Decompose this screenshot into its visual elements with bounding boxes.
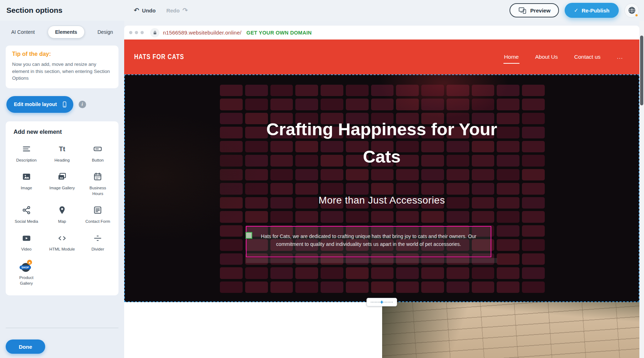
scrollbar-thumb[interactable] [640, 36, 643, 105]
element-contact-form[interactable]: Contact Form [80, 205, 116, 224]
sidebar-divider [6, 328, 118, 328]
browser-bar: n1566589.websitebuilder.online/ GET YOUR… [124, 26, 639, 40]
add-new-element-title: Add new element [9, 128, 116, 135]
editor-canvas: n1566589.websitebuilder.online/ GET YOUR… [124, 21, 639, 358]
element-html-module[interactable]: HTML Module [44, 233, 80, 252]
hero-paragraph: Hats for Cats, we are dedicated to craft… [247, 227, 491, 248]
site-header[interactable]: HATS FOR CATS Home About Us Contact us .… [124, 40, 639, 74]
tip-body: Now you can add, move and resize any ele… [12, 61, 112, 82]
heading-icon: Tt [59, 144, 65, 154]
mobile-layout-row: Edit mobile layout i [6, 96, 118, 113]
add-new-element-card: Add new element Description Tt Heading B… [6, 121, 118, 296]
element-map[interactable]: Map [44, 205, 80, 224]
republish-button[interactable]: ✓ Re-Publish [565, 3, 619, 18]
undo-label: Undo [142, 7, 155, 14]
video-icon [22, 233, 31, 243]
tab-ai-content[interactable]: AI Content [7, 26, 39, 38]
phone-icon [61, 101, 68, 108]
resizer-dashed-line [371, 302, 393, 302]
nav-home[interactable]: Home [504, 54, 519, 60]
page-title: Section options [0, 6, 125, 15]
hero-subtitle[interactable]: More than Just Accessories [124, 195, 639, 206]
devices-icon [518, 6, 527, 14]
contact-form-icon [93, 205, 102, 216]
topbar-actions: Preview ✓ Re-Publish [510, 3, 644, 18]
section-options-panel: AI Content Elements Design Tip of the da… [0, 21, 124, 358]
site-nav: Home About Us Contact us ... [504, 54, 623, 60]
undo-redo-group: ↶ Undo Redo ↷ [134, 7, 188, 14]
element-image[interactable]: Image [9, 172, 44, 196]
redo-button[interactable]: Redo ↷ [166, 7, 188, 14]
element-social-media[interactable]: Social Media [9, 205, 44, 224]
hero-section[interactable]: Crafting Happiness for Your Cats More th… [124, 74, 639, 302]
element-business-hours[interactable]: Business Hours [80, 172, 116, 196]
pavement-photo[interactable] [382, 302, 639, 358]
undo-icon: ↶ [134, 7, 139, 14]
selected-text-element[interactable]: Hats for Cats, we are dedicated to craft… [246, 226, 491, 257]
nav-about-us[interactable]: About Us [535, 54, 558, 60]
hero-title[interactable]: Crafting Happiness for Your Cats [259, 116, 505, 171]
map-pin-icon [57, 205, 67, 216]
site-logo[interactable]: HATS FOR CATS [134, 53, 184, 61]
element-shadow-strip [246, 258, 497, 263]
tab-elements[interactable]: Elements [48, 26, 85, 38]
image-icon [22, 172, 31, 182]
element-divider[interactable]: Divider [80, 233, 116, 252]
tab-design[interactable]: Design [93, 26, 117, 38]
tip-title: Tip of the day: [12, 51, 112, 57]
sidebar-tabs: AI Content Elements Design [6, 25, 118, 39]
element-button[interactable]: Button [80, 144, 116, 163]
preview-button[interactable]: Preview [510, 3, 559, 17]
window-dots [129, 31, 144, 34]
divider-icon [93, 233, 102, 243]
globe-icon [628, 6, 636, 15]
element-description[interactable]: Description [9, 144, 44, 163]
nav-contact-us[interactable]: Contact us [574, 54, 601, 60]
preview-label: Preview [530, 7, 550, 14]
description-icon [22, 144, 31, 154]
republish-label: Re-Publish [582, 7, 609, 14]
element-product-gallery[interactable]: SHOP Product Gallery [9, 260, 44, 286]
scrollbar[interactable] [639, 21, 644, 358]
edit-mobile-layout-button[interactable]: Edit mobile layout [6, 96, 73, 113]
tip-of-the-day-card: Tip of the day: Now you can add, move an… [6, 46, 118, 88]
topbar: Section options ↶ Undo Redo ↷ Preview ✓ … [0, 0, 644, 21]
notification-dot [635, 14, 638, 17]
undo-button[interactable]: ↶ Undo [134, 7, 155, 14]
button-icon [93, 144, 102, 154]
shop-label: SHOP [20, 265, 31, 269]
element-resize-handle[interactable] [246, 232, 252, 239]
code-icon [57, 233, 67, 243]
get-your-own-domain-link[interactable]: GET YOUR OWN DOMAIN [247, 30, 312, 36]
nav-more-button[interactable]: ... [617, 56, 623, 58]
element-grid: Description Tt Heading Button Image Imag… [9, 144, 116, 286]
element-image-gallery[interactable]: Image Gallery [44, 172, 80, 196]
done-button[interactable]: Done [6, 339, 45, 354]
next-section-blank [124, 302, 382, 358]
element-heading[interactable]: Tt Heading [44, 144, 80, 163]
product-gallery-icon: SHOP [20, 260, 32, 272]
lock-icon [150, 28, 159, 37]
language-globe-button[interactable] [624, 3, 639, 18]
social-media-icon [22, 205, 31, 216]
info-icon[interactable]: i [79, 101, 86, 108]
site-preview: HATS FOR CATS Home About Us Contact us .… [124, 40, 639, 358]
check-icon: ✓ [574, 7, 579, 14]
edit-mobile-layout-label: Edit mobile layout [14, 101, 57, 107]
image-gallery-icon [57, 172, 67, 182]
upgrade-badge-icon [27, 260, 32, 265]
section-resize-handle[interactable] [366, 298, 397, 306]
redo-icon: ↷ [183, 7, 188, 14]
business-hours-icon [93, 172, 102, 182]
redo-label: Redo [166, 7, 180, 14]
site-url[interactable]: n1566589.websitebuilder.online/ [163, 30, 242, 36]
element-video[interactable]: Video [9, 233, 44, 252]
